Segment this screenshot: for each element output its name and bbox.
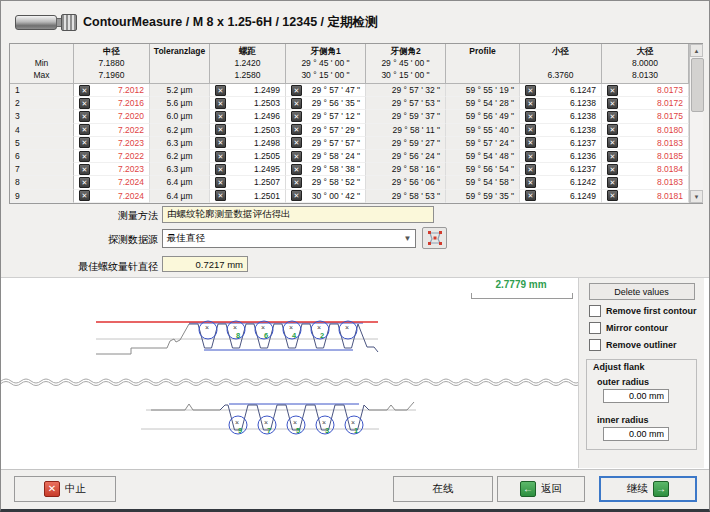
checkbox-checked-icon[interactable]: ✕ [215,177,226,188]
checkbox-checked-icon[interactable]: ✕ [79,164,90,175]
checkbox-checked-icon[interactable]: ✕ [525,164,536,175]
table-cell: ✕6.1238 [520,110,602,123]
checkbox-checked-icon[interactable]: ✕ [525,85,536,96]
probe-pin[interactable]: ×3 [316,416,334,435]
remove-outliner-label: Remove outliner [606,340,677,350]
checkbox-checked-icon[interactable]: ✕ [215,124,226,135]
checkbox-checked-icon[interactable]: ✕ [607,124,618,135]
checkbox-checked-icon[interactable]: ✕ [607,98,618,109]
probe-pin[interactable]: ×5 [287,416,305,435]
table-scrollbar[interactable]: ▲ ▼ [689,44,703,203]
online-button[interactable]: 在线 [393,476,493,502]
checkbox-checked-icon[interactable]: ✕ [525,151,536,162]
table-cell: ✕7.2022 [74,150,150,163]
column-header: 螺距1.24201.2580 [210,44,286,84]
checkbox-unchecked-icon[interactable] [589,305,601,317]
abort-button[interactable]: ✕ 中止 [14,476,116,502]
scrollbar-thumb[interactable] [691,58,704,112]
remove-outliner-option[interactable]: Remove outliner [589,339,704,351]
thread-gauge-icon [15,14,77,29]
probe-pin[interactable]: ×7 [258,416,276,435]
checkbox-unchecked-icon[interactable] [589,322,601,334]
checkbox-checked-icon[interactable]: ✕ [79,151,90,162]
cell-value: 8.0175 [657,111,683,121]
scroll-up-icon[interactable]: ▲ [690,44,703,57]
checkbox-checked-icon[interactable]: ✕ [79,111,90,122]
checkbox-checked-icon[interactable]: ✕ [79,85,90,96]
scroll-down-icon[interactable]: ▼ [690,190,703,203]
checkbox-checked-icon[interactable]: ✕ [607,111,618,122]
wire-diameter-input[interactable] [162,256,248,272]
row-number: 6 [10,150,74,163]
outer-radius-input[interactable] [603,389,669,403]
checkbox-checked-icon[interactable]: ✕ [79,177,90,188]
remove-first-contour-option[interactable]: Remove first contour [589,305,704,317]
back-arrow-icon: ← [520,481,536,497]
svg-text:9: 9 [238,426,242,435]
checkbox-checked-icon[interactable]: ✕ [607,164,618,175]
checkbox-checked-icon[interactable]: ✕ [215,137,226,148]
table-cell: 29 ° 59 ' 27 " [366,137,446,150]
cell-value: 6.1247 [570,85,596,95]
checkbox-checked-icon[interactable]: ✕ [291,164,302,175]
checkbox-checked-icon[interactable]: ✕ [79,137,90,148]
probe-pin[interactable]: ×9 [229,416,247,435]
method-input[interactable] [162,206,434,223]
checkbox-checked-icon[interactable]: ✕ [215,98,226,109]
cell-value: 6.1238 [570,111,596,121]
delete-values-button[interactable]: Delete values [589,283,695,300]
cell-value: 6.2 µm [166,151,192,161]
checkbox-checked-icon[interactable]: ✕ [79,190,90,201]
checkbox-checked-icon[interactable]: ✕ [215,164,226,175]
checkbox-checked-icon[interactable]: ✕ [607,151,618,162]
checkbox-checked-icon[interactable]: ✕ [291,151,302,162]
column-header: 小径6.3760 [520,44,602,84]
checkbox-checked-icon[interactable]: ✕ [215,85,226,96]
checkbox-checked-icon[interactable]: ✕ [291,137,302,148]
checkbox-checked-icon[interactable]: ✕ [291,177,302,188]
checkbox-checked-icon[interactable]: ✕ [79,124,90,135]
probe-points-button[interactable] [422,227,447,249]
probe-pin[interactable]: ×1 [345,416,363,435]
checkbox-checked-icon[interactable]: ✕ [79,98,90,109]
checkbox-checked-icon[interactable]: ✕ [291,111,302,122]
source-dropdown[interactable]: 最佳直径 ▼ [162,229,416,248]
continue-button[interactable]: 继续 → [599,476,697,502]
probe-pin[interactable]: ×4 [283,321,301,340]
cell-value: 7.2022 [118,151,144,161]
table-cell: 29 ° 57 ' 53 " [366,97,446,110]
checkbox-checked-icon[interactable]: ✕ [525,190,536,201]
checkbox-checked-icon[interactable]: ✕ [215,111,226,122]
cell-value: 6.1249 [570,191,596,201]
checkbox-checked-icon[interactable]: ✕ [525,111,536,122]
checkbox-checked-icon[interactable]: ✕ [215,151,226,162]
inner-radius-input[interactable] [603,427,669,441]
checkbox-checked-icon[interactable]: ✕ [525,177,536,188]
checkbox-checked-icon[interactable]: ✕ [291,85,302,96]
abort-x-icon: ✕ [44,481,60,497]
table-cell: 29 ° 57 ' 32 " [366,84,446,97]
probe-pin[interactable]: ×8 [227,321,245,340]
checkbox-checked-icon[interactable]: ✕ [525,137,536,148]
checkbox-checked-icon[interactable]: ✕ [291,124,302,135]
probe-pin[interactable]: × [339,321,357,339]
checkbox-checked-icon[interactable]: ✕ [525,98,536,109]
checkbox-checked-icon[interactable]: ✕ [607,85,618,96]
contour-measure-window: ContourMeasure / M 8 x 1.25-6H / 12345 /… [0,0,710,512]
checkbox-checked-icon[interactable]: ✕ [291,98,302,109]
cell-value: 8.0180 [657,125,683,135]
checkbox-checked-icon[interactable]: ✕ [607,190,618,201]
checkbox-unchecked-icon[interactable] [589,339,601,351]
probe-pin[interactable]: ×6 [255,321,273,340]
back-button[interactable]: ← 返回 [497,476,585,502]
checkbox-checked-icon[interactable]: ✕ [607,137,618,148]
probe-pin[interactable]: × [199,321,217,339]
column-header: Profile [446,44,520,84]
mirror-contour-option[interactable]: Mirror contour [589,322,704,334]
checkbox-checked-icon[interactable]: ✕ [525,124,536,135]
checkbox-checked-icon[interactable]: ✕ [215,190,226,201]
checkbox-checked-icon[interactable]: ✕ [291,190,302,201]
table-cell: ✕1.2505 [210,150,286,163]
checkbox-checked-icon[interactable]: ✕ [607,177,618,188]
probe-pin[interactable]: ×2 [311,321,329,340]
